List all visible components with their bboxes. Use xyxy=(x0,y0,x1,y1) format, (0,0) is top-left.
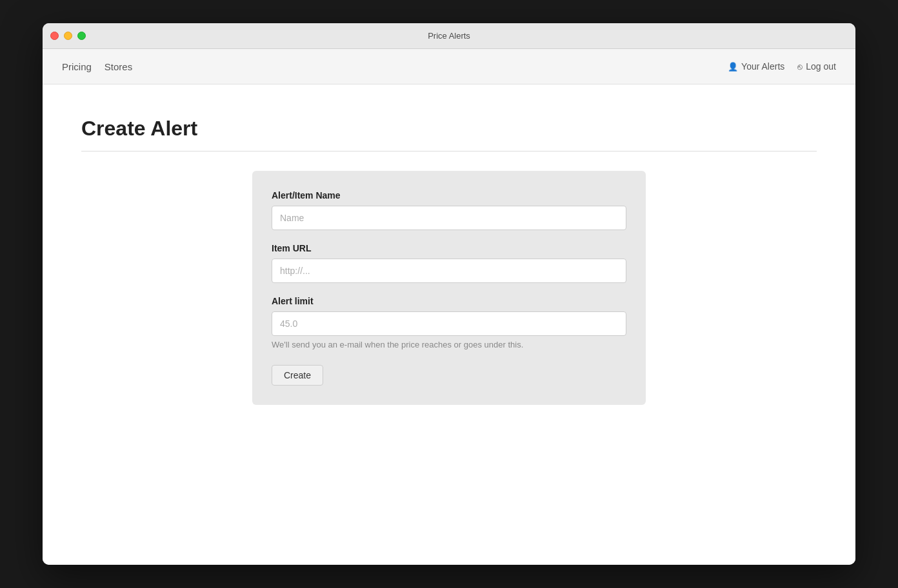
title-divider xyxy=(81,151,817,152)
form-group-limit: Alert limit We'll send you an e-mail whe… xyxy=(272,296,626,349)
navbar: Pricing Stores Your Alerts Log out xyxy=(43,49,855,84)
window-title: Price Alerts xyxy=(428,31,470,41)
person-icon xyxy=(728,61,738,72)
app-window: Price Alerts Pricing Stores Your Alerts … xyxy=(43,23,855,565)
input-alert-name[interactable] xyxy=(272,206,626,230)
your-alerts-label: Your Alerts xyxy=(741,61,784,72)
create-button[interactable]: Create xyxy=(272,365,323,386)
nav-right: Your Alerts Log out xyxy=(728,61,836,72)
form-group-name: Alert/Item Name xyxy=(272,190,626,230)
alert-limit-hint: We'll send you an e-mail when the price … xyxy=(272,340,626,349)
nav-left: Pricing Stores xyxy=(62,61,728,72)
maximize-button[interactable] xyxy=(77,32,86,40)
label-item-url: Item URL xyxy=(272,243,626,253)
input-item-url[interactable] xyxy=(272,259,626,283)
logout-icon xyxy=(797,61,803,72)
input-alert-limit[interactable] xyxy=(272,311,626,336)
label-alert-name: Alert/Item Name xyxy=(272,190,626,201)
form-group-url: Item URL xyxy=(272,243,626,283)
nav-link-stores[interactable]: Stores xyxy=(105,61,132,72)
main-content: Create Alert Alert/Item Name Item URL Al… xyxy=(43,84,855,565)
traffic-lights xyxy=(50,32,86,40)
nav-link-pricing[interactable]: Pricing xyxy=(62,61,92,72)
logout-link[interactable]: Log out xyxy=(797,61,836,72)
close-button[interactable] xyxy=(50,32,59,40)
titlebar: Price Alerts xyxy=(43,23,855,49)
label-alert-limit: Alert limit xyxy=(272,296,626,306)
page-title: Create Alert xyxy=(81,117,817,141)
minimize-button[interactable] xyxy=(64,32,72,40)
logout-label: Log out xyxy=(806,61,836,72)
create-alert-form: Alert/Item Name Item URL Alert limit We'… xyxy=(252,171,646,405)
your-alerts-link[interactable]: Your Alerts xyxy=(728,61,784,72)
